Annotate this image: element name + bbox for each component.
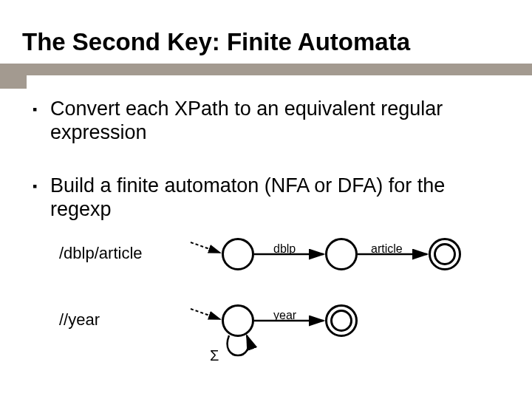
bullet-marker: ▪ [33,98,50,121]
title-rule-stub [0,75,27,89]
svg-line-3 [191,309,220,319]
bullet-marker: ▪ [33,174,50,198]
bullet-item: ▪ Convert each XPath to an equivalent re… [33,98,505,145]
svg-line-0 [191,242,220,253]
slide: The Second Key: Finite Automata ▪ Conver… [0,0,532,399]
automata-diagram: /dblp/article dblp article //year year Σ [0,236,532,399]
slide-title: The Second Key: Finite Automata [22,28,410,56]
bullet-item: ▪ Build a finite automaton (NFA or DFA) … [33,174,505,222]
bullet-text: Convert each XPath to an equivalent regu… [50,98,505,145]
bullet-list: ▪ Convert each XPath to an equivalent re… [33,98,505,250]
bullet-text: Build a finite automaton (NFA or DFA) fo… [50,174,505,222]
title-rule [0,64,532,75]
automata-edges [0,236,532,399]
